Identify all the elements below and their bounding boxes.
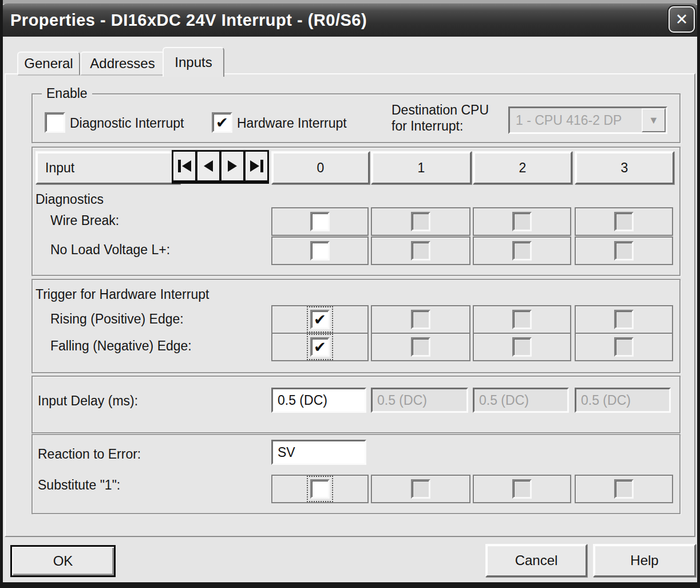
nav-previous-button[interactable] — [196, 150, 221, 182]
column-header-3-label: 3 — [621, 160, 628, 176]
first-bar-icon — [178, 160, 181, 172]
destination-cpu-label: Destination CPU for Interrupt: — [391, 102, 489, 134]
wire-break-cell-0[interactable] — [271, 207, 369, 236]
arrow-right-icon — [228, 160, 237, 172]
falling-edge-cell-1 — [371, 333, 470, 361]
rising-edge-checkbox-3 — [614, 310, 634, 329]
ok-button[interactable]: OK — [10, 545, 116, 577]
no-load-voltage-cell-3 — [575, 236, 673, 265]
arrow-left-icon — [204, 160, 213, 172]
rising-edge-cell-1 — [371, 305, 470, 334]
ok-button-label: OK — [53, 553, 73, 569]
check-icon: ✔ — [314, 340, 326, 354]
tab-inputs-label: Inputs — [175, 54, 212, 70]
falling-edge-checkbox-0[interactable]: ✔ — [310, 337, 330, 357]
diagnostics-section-label: Diagnostics — [35, 192, 104, 207]
falling-edge-cell-0[interactable]: ✔ — [271, 333, 369, 361]
nav-first-button[interactable] — [172, 150, 197, 182]
substitute-checkbox-2 — [512, 479, 532, 499]
no-load-voltage-checkbox-0[interactable] — [310, 241, 330, 261]
tab-inputs[interactable]: Inputs — [163, 47, 224, 77]
nav-last-button[interactable] — [244, 150, 269, 182]
input-delay-field-0[interactable] — [271, 388, 366, 413]
substitute-cell-0[interactable] — [271, 475, 369, 503]
diagnostic-interrupt-label: Diagnostic Interrupt — [70, 116, 184, 131]
last-bar-icon — [260, 160, 263, 172]
substitute-checkbox-3 — [614, 479, 634, 499]
substitute-label: Substitute "1": — [38, 477, 120, 493]
substitute-cell-2 — [473, 475, 571, 503]
destination-cpu-label-line2: for Interrupt: — [391, 118, 489, 134]
wire-break-label: Wire Break: — [50, 213, 119, 228]
wire-break-checkbox-2 — [512, 212, 532, 231]
falling-edge-checkbox-2 — [512, 337, 532, 357]
destination-cpu-value: 1 - CPU 416-2 DP — [516, 113, 622, 128]
substitute-cell-1 — [371, 475, 470, 503]
input-delay-field-1 — [371, 388, 468, 413]
column-header-2[interactable]: 2 — [473, 151, 572, 184]
wire-break-checkbox-3 — [614, 212, 634, 231]
wire-break-cell-3 — [575, 207, 673, 236]
no-load-voltage-checkbox-2 — [512, 241, 532, 261]
wire-break-checkbox-1 — [411, 212, 430, 231]
input-row-header-label: Input — [45, 160, 74, 176]
no-load-voltage-checkbox-3 — [614, 241, 634, 261]
rising-edge-cell-2 — [473, 305, 571, 334]
column-header-0-label: 0 — [317, 160, 325, 176]
help-button[interactable]: Help — [593, 544, 696, 577]
rising-edge-checkbox-2 — [512, 310, 532, 329]
rising-edge-cell-0[interactable]: ✔ — [271, 305, 369, 334]
arrow-left-icon — [182, 160, 191, 172]
substitute-checkbox-0[interactable] — [310, 479, 330, 499]
wire-break-cell-1 — [371, 207, 470, 236]
check-icon: ✔ — [216, 115, 228, 130]
destination-cpu-select: 1 - CPU 416-2 DP ▼ — [508, 106, 667, 134]
input-delay-field-2 — [473, 388, 569, 413]
no-load-voltage-cell-1 — [371, 236, 470, 265]
arrow-right-icon — [250, 160, 259, 172]
no-load-voltage-cell-2 — [473, 236, 571, 265]
falling-edge-checkbox-3 — [614, 337, 634, 357]
cancel-button-label: Cancel — [515, 553, 558, 569]
column-header-3[interactable]: 3 — [575, 151, 674, 184]
no-load-voltage-cell-0[interactable] — [271, 236, 369, 265]
rising-edge-checkbox-0[interactable]: ✔ — [310, 310, 330, 329]
falling-edge-cell-3 — [575, 333, 673, 361]
substitute-cell-3 — [575, 475, 673, 503]
falling-edge-checkbox-1 — [411, 337, 430, 357]
reaction-to-error-label: Reaction to Error: — [38, 447, 141, 462]
no-load-voltage-label: No Load Voltage L+: — [50, 242, 170, 258]
falling-edge-cell-2 — [473, 333, 571, 361]
properties-dialog: { "window": { "title": "Properties - DI1… — [0, 0, 700, 588]
rising-edge-cell-3 — [575, 305, 673, 334]
input-row-header-button[interactable]: Input — [35, 151, 180, 184]
dropdown-button: ▼ — [642, 108, 666, 132]
help-button-label: Help — [630, 553, 658, 569]
wire-break-cell-2 — [473, 207, 571, 236]
chevron-down-icon: ▼ — [648, 115, 659, 127]
column-header-1[interactable]: 1 — [371, 151, 472, 184]
substitute-checkbox-1 — [411, 479, 430, 499]
diagnostic-interrupt-checkbox[interactable] — [45, 112, 65, 133]
input-delay-field-3 — [575, 388, 671, 413]
falling-edge-label: Falling (Negative) Edge: — [50, 338, 192, 354]
cancel-button[interactable]: Cancel — [485, 544, 587, 577]
enable-group-legend: Enable — [42, 86, 92, 101]
input-delay-label: Input Delay (ms): — [38, 393, 138, 409]
reaction-to-error-field[interactable] — [271, 440, 366, 465]
check-icon: ✔ — [314, 312, 326, 327]
nav-next-button[interactable] — [220, 150, 245, 182]
hardware-interrupt-checkbox[interactable]: ✔ — [212, 112, 232, 133]
rising-edge-checkbox-1 — [411, 310, 430, 329]
column-header-0[interactable]: 0 — [271, 151, 370, 184]
hardware-interrupt-label: Hardware Interrupt — [237, 116, 347, 131]
destination-cpu-label-line1: Destination CPU — [391, 102, 489, 118]
column-header-2-label: 2 — [519, 160, 527, 176]
wire-break-checkbox-0[interactable] — [310, 212, 330, 231]
trigger-section-label: Trigger for Hardware Interrupt — [35, 287, 209, 302]
column-header-1-label: 1 — [418, 160, 425, 176]
rising-edge-label: Rising (Positive) Edge: — [50, 311, 184, 327]
no-load-voltage-checkbox-1 — [411, 241, 430, 261]
